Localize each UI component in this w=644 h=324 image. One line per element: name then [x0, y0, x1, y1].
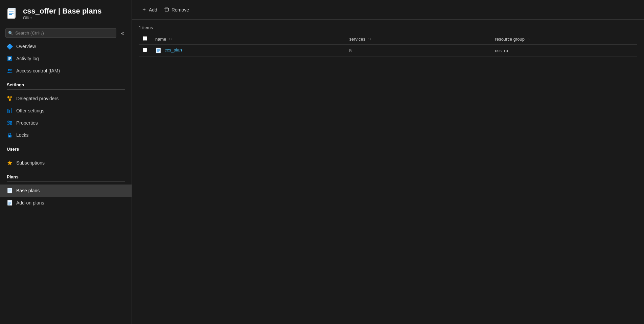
content-area: 1 items name ↑↓ services ↑↓ — [132, 20, 644, 324]
svg-rect-22 — [11, 108, 12, 113]
nav-section: 🔷 Overview Activity log — [0, 40, 132, 317]
sidebar-item-label: Delegated providers — [16, 96, 59, 101]
page-header: css_offer | Base plans Offer — [0, 0, 132, 26]
sidebar-item-base-plans[interactable]: Base plans — [0, 185, 132, 197]
sidebar-item-addon-plans[interactable]: Add-on plans — [0, 197, 132, 209]
properties-icon — [7, 120, 13, 126]
sidebar-item-label: Add-on plans — [16, 200, 44, 206]
sidebar-item-label: Overview — [16, 44, 36, 49]
select-all-header — [139, 34, 151, 45]
sidebar-item-locks[interactable]: Locks — [0, 129, 132, 141]
add-icon: ＋ — [141, 6, 147, 13]
addon-plans-icon — [7, 200, 13, 206]
svg-rect-31 — [7, 188, 12, 193]
svg-rect-40 — [165, 7, 168, 7]
add-label: Add — [149, 7, 157, 13]
subscriptions-icon — [7, 160, 13, 166]
name-sort-icon: ↑↓ — [169, 38, 172, 41]
add-button[interactable]: ＋ Add — [139, 5, 160, 15]
settings-divider — [7, 89, 125, 90]
users-divider — [7, 154, 125, 154]
base-plans-icon — [7, 188, 13, 194]
sidebar-item-subscriptions[interactable]: Subscriptions — [0, 157, 132, 169]
plans-section-header: Plans — [0, 169, 132, 181]
plan-name-link[interactable]: ccs_plan — [165, 47, 182, 52]
resource-group-sort-icon: ↑↓ — [527, 38, 531, 41]
sidebar: css_offer | Base plans Offer 🔍 « 🔷 Overv… — [0, 0, 132, 324]
settings-section-header: Settings — [0, 77, 132, 89]
sidebar-item-label: Activity log — [16, 56, 39, 61]
svg-point-27 — [10, 122, 12, 124]
sidebar-item-offer-settings[interactable]: Offer settings — [0, 105, 132, 117]
svg-point-16 — [7, 96, 9, 98]
items-count: 1 items — [139, 25, 637, 30]
search-icon: 🔍 — [8, 31, 13, 36]
activity-log-icon — [7, 56, 13, 62]
resource-group-column-header[interactable]: resource group ↑↓ — [491, 34, 637, 45]
sidebar-item-label: Access control (IAM) — [16, 68, 60, 73]
header-text: css_offer | Base plans Offer — [23, 7, 101, 20]
svg-point-14 — [8, 69, 10, 71]
select-all-checkbox[interactable] — [143, 36, 147, 41]
svg-point-26 — [8, 121, 9, 122]
remove-label: Remove — [171, 7, 189, 13]
svg-point-15 — [10, 69, 12, 71]
row-checkbox[interactable] — [143, 48, 147, 52]
plans-divider — [7, 181, 125, 182]
svg-point-30 — [9, 136, 10, 137]
page-title: css_offer | Base plans — [23, 7, 101, 16]
offer-settings-icon — [7, 108, 13, 114]
sidebar-item-label: Subscriptions — [16, 160, 45, 166]
main-content: ＋ Add Remove 1 items — [132, 0, 644, 324]
access-control-icon — [7, 68, 13, 74]
row-checkbox-cell — [139, 45, 151, 57]
sidebar-item-overview[interactable]: 🔷 Overview — [0, 40, 132, 52]
svg-rect-21 — [9, 110, 10, 113]
svg-point-17 — [10, 96, 12, 98]
remove-icon — [164, 6, 169, 13]
plans-table: name ↑↓ services ↑↓ resource group ↑↓ — [139, 34, 637, 57]
overview-icon: 🔷 — [7, 43, 13, 49]
sidebar-item-properties[interactable]: Properties — [0, 117, 132, 129]
users-section-header: Users — [0, 141, 132, 154]
svg-rect-35 — [7, 200, 12, 206]
sidebar-item-label: Offer settings — [16, 108, 44, 113]
sidebar-item-label: Properties — [16, 120, 38, 126]
sidebar-item-access-control[interactable]: Access control (IAM) — [0, 65, 132, 77]
remove-button[interactable]: Remove — [161, 5, 192, 15]
offer-icon — [7, 7, 19, 20]
svg-rect-20 — [7, 109, 8, 113]
table-row: ccs_plan 5 css_rp — [139, 45, 637, 57]
svg-rect-41 — [165, 8, 168, 11]
delegated-providers-icon — [7, 95, 13, 102]
sidebar-item-delegated-providers[interactable]: Delegated providers — [0, 92, 132, 105]
search-input[interactable] — [5, 28, 116, 38]
svg-point-28 — [9, 124, 10, 125]
row-services-cell: 5 — [345, 45, 491, 57]
toolbar: ＋ Add Remove — [132, 0, 644, 20]
search-wrapper: 🔍 — [5, 28, 116, 38]
search-bar-row: 🔍 « — [0, 26, 132, 40]
svg-rect-6 — [7, 9, 15, 19]
collapse-sidebar-button[interactable]: « — [119, 29, 126, 38]
svg-rect-42 — [156, 48, 161, 53]
row-resource-group-cell: css_rp — [491, 45, 637, 57]
sidebar-item-label: Base plans — [16, 188, 40, 193]
locks-icon — [7, 132, 13, 138]
services-column-header[interactable]: services ↑↓ — [345, 34, 491, 45]
services-sort-icon: ↑↓ — [368, 38, 371, 41]
svg-point-19 — [9, 99, 11, 101]
name-column-header[interactable]: name ↑↓ — [151, 34, 345, 45]
sidebar-item-label: Locks — [16, 132, 29, 138]
sidebar-item-activity-log[interactable]: Activity log — [0, 52, 132, 65]
page-subtitle: Offer — [23, 16, 101, 20]
row-name-cell: ccs_plan — [151, 45, 345, 57]
plan-icon — [155, 47, 161, 53]
